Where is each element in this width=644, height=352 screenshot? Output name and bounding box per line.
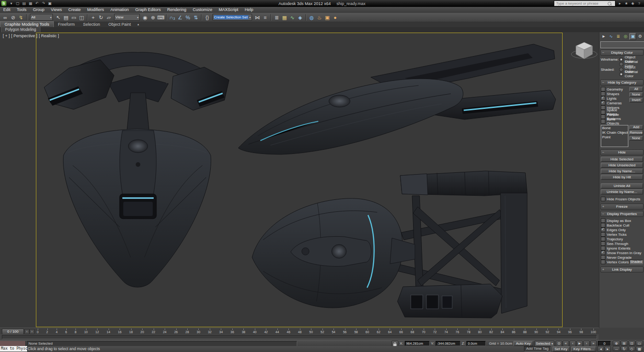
zoom-icon[interactable]: ⊕ [613, 341, 620, 346]
category-checkbox[interactable]: Shapes [601, 91, 628, 96]
keyboard-override-icon[interactable]: ⌨ [157, 14, 165, 21]
display-property-checkbox[interactable]: Vertex Ticks [601, 232, 643, 237]
layer-manager-icon[interactable]: ≣ [273, 14, 281, 21]
selection-filter-dropdown[interactable]: All▾ [30, 14, 53, 21]
menu-item[interactable]: Group [30, 7, 48, 13]
display-property-checkbox[interactable]: Edges Only [601, 227, 643, 232]
set-key-button[interactable]: Set Key [552, 346, 570, 352]
hide-button[interactable]: Hide Selected [601, 157, 643, 162]
key-filters-button[interactable]: Key Filters... [571, 346, 596, 352]
current-frame-field[interactable] [598, 341, 611, 346]
viewport-label-part[interactable]: [ Perspective ] [11, 34, 37, 38]
shaded-button[interactable]: Shaded [629, 260, 643, 264]
display-property-checkbox[interactable]: Never Degrade [601, 255, 643, 260]
tab-create[interactable]: ► [600, 33, 607, 40]
rollout-header[interactable]: − Hide [600, 149, 644, 155]
radio-option[interactable]: Material Color [619, 72, 643, 76]
rendered-frame-icon[interactable]: ▣ [323, 14, 331, 21]
curve-editor-icon[interactable]: ∿ [288, 14, 296, 21]
display-property-checkbox[interactable]: Backface Cull [601, 223, 643, 227]
display-property-checkbox[interactable]: Ignore Extents [601, 246, 643, 250]
category-checkbox[interactable]: Bone Objects [601, 119, 628, 124]
ribbon-tab[interactable]: Selection [79, 22, 104, 27]
previous-key-icon[interactable]: ◂ [598, 346, 604, 352]
menu-item[interactable]: Help [242, 7, 257, 13]
category-checkbox[interactable]: Lights [601, 96, 628, 101]
viewcube[interactable] [569, 36, 599, 63]
add-time-tag[interactable]: Add Time Tag [524, 346, 551, 352]
zoom-region-icon[interactable]: ▭ [636, 341, 643, 346]
next-key-icon[interactable]: ▸ [604, 346, 611, 352]
menu-item[interactable]: Tools [14, 7, 30, 13]
track-bar[interactable] [0, 334, 599, 340]
unlink-selection-icon[interactable]: ⊘ [9, 14, 17, 21]
render-production-icon[interactable]: ● [331, 14, 339, 21]
percent-snap-icon[interactable]: % [184, 14, 192, 21]
redo-icon[interactable]: ↷ [40, 1, 46, 6]
schematic-view-icon[interactable]: ◈ [296, 14, 304, 21]
rollout-header[interactable]: − Display Color [600, 50, 644, 56]
search-icon[interactable] [608, 2, 611, 6]
menu-item[interactable]: Modifiers [84, 7, 107, 13]
tab-modify[interactable]: ∿ [608, 33, 615, 40]
hide-button[interactable]: Hide Unselected [601, 163, 643, 168]
rollout-header[interactable]: − Display Properties [600, 211, 644, 217]
favorites-star-icon[interactable]: ★ [623, 1, 629, 6]
menu-item[interactable]: Rendering [164, 7, 190, 13]
select-and-scale-icon[interactable]: ▱ [105, 14, 113, 21]
select-and-link-icon[interactable]: ∞ [1, 14, 9, 21]
ribbon-tab[interactable]: Freeform [54, 22, 79, 27]
maxscript-mini-listener[interactable]: Max to Physc [0, 346, 28, 352]
menu-item[interactable]: Create [65, 7, 84, 13]
hide-button[interactable]: Hide by Hit [601, 175, 643, 180]
rollout-header[interactable]: − Hide by Category [600, 79, 644, 85]
orbit-icon[interactable]: ↻ [621, 346, 628, 351]
select-and-manipulate-icon[interactable]: ⊕ [149, 14, 157, 21]
list-button[interactable]: None [629, 136, 643, 141]
display-property-checkbox[interactable]: Show Frozen in Gray [601, 250, 643, 255]
polygon-modeling-panel-tab[interactable]: Polygon Modeling [1, 27, 40, 32]
rollout-header[interactable]: + Freeze [600, 204, 644, 210]
category-listbox[interactable]: BoneIK Chain ObjectPoint [601, 125, 628, 147]
open-file-icon[interactable]: ▤ [21, 1, 27, 6]
tab-motion[interactable]: ◎ [622, 33, 629, 40]
align-icon[interactable]: ≡ [261, 14, 269, 21]
display-property-checkbox[interactable]: Display as Box [601, 218, 643, 223]
communication-center-icon[interactable]: ◈ [630, 1, 636, 6]
next-frame-arrow[interactable]: › [29, 329, 34, 334]
listbox-item[interactable]: Point [602, 135, 627, 140]
perspective-viewport[interactable]: [ + ][ Perspective ][ Realistic ] [0, 32, 599, 328]
menu-item[interactable]: MAXScript [216, 7, 242, 13]
macro-recorder-strip[interactable] [0, 341, 26, 346]
window-crossing-icon[interactable]: ◫ [78, 14, 86, 21]
spinner-snap-icon[interactable]: ⇅ [192, 14, 200, 21]
tab-utilities[interactable]: ⚙ [637, 33, 644, 40]
menu-item[interactable]: Animation [107, 7, 132, 13]
previous-frame-arrow[interactable]: ‹ [24, 329, 29, 334]
menu-item[interactable]: Graph Editors [132, 7, 164, 13]
category-button[interactable]: All [629, 87, 643, 91]
edit-named-sets-icon[interactable]: {} [203, 14, 211, 21]
select-and-move-icon[interactable]: + [89, 14, 97, 21]
list-button[interactable]: Add [629, 125, 643, 130]
ribbon-tab[interactable]: Object Paint [104, 22, 135, 27]
named-sets-dropdown[interactable]: Create Selection Set▾ [213, 14, 252, 21]
display-property-checkbox[interactable]: See-Through [601, 241, 643, 246]
auto-key-button[interactable]: Auto Key [513, 341, 533, 346]
save-file-icon[interactable]: ▦ [28, 1, 34, 6]
y-coordinate-field[interactable] [436, 341, 460, 346]
category-checkbox[interactable]: Cameras [601, 101, 628, 105]
project-folder-icon[interactable]: ▣ [47, 1, 53, 6]
category-button[interactable]: Invert [629, 98, 643, 102]
category-checkbox[interactable]: Geometry [601, 87, 628, 91]
object-name-field[interactable] [600, 41, 644, 48]
tab-hierarchy[interactable]: ≣ [615, 33, 622, 40]
menu-item[interactable]: Customize [190, 7, 216, 13]
viewport-label-part[interactable]: [ + ] [3, 34, 10, 38]
hide-button[interactable]: Hide by Name... [601, 169, 643, 174]
unhide-button[interactable]: Unhide by Name... [601, 189, 643, 194]
maximize-viewport-icon[interactable]: ▦ [636, 346, 643, 351]
mirror-icon[interactable]: ⋈ [253, 14, 261, 21]
rectangular-selection-region-icon[interactable]: ▭ [70, 14, 78, 21]
listbox-item[interactable]: IK Chain Object [602, 131, 627, 135]
